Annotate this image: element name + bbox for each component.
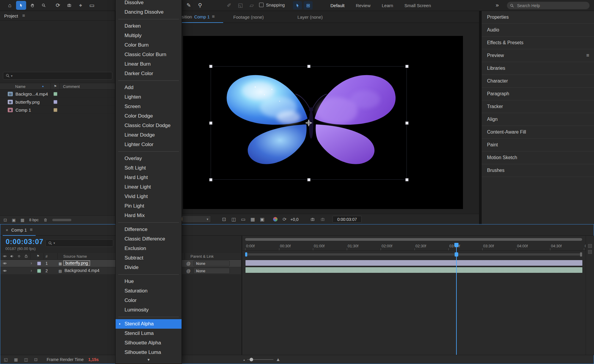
blend-mode-item[interactable]: Vivid Light: [116, 192, 182, 201]
snapping-toggle[interactable]: Snapping: [259, 2, 285, 7]
layer-name[interactable]: Background 4.mp4: [64, 268, 100, 273]
selection-handle-mid-right[interactable]: [405, 121, 409, 125]
blend-mode-item[interactable]: Dissolve: [116, 0, 182, 7]
blend-mode-item[interactable]: Lighten: [116, 92, 182, 102]
parent-link-dropdown[interactable]: None▾: [193, 260, 230, 266]
blend-mode-item[interactable]: Color Dodge: [116, 111, 182, 121]
comp-marker-button[interactable]: [588, 244, 592, 248]
blend-mode-item[interactable]: Stencil Luma: [116, 329, 182, 338]
panel-tab-tracker[interactable]: Tracker: [482, 100, 594, 113]
parent-link-dropdown[interactable]: None▾: [193, 268, 230, 274]
blend-mode-item[interactable]: Divide: [116, 263, 182, 272]
layer-duration-bar[interactable]: [245, 260, 583, 266]
timeline-search-field[interactable]: ▾: [45, 239, 113, 247]
workspace-overflow-button[interactable]: »: [496, 2, 499, 8]
work-area-bar[interactable]: [242, 251, 586, 258]
home-tool[interactable]: ⌂: [5, 1, 15, 10]
blend-mode-item[interactable]: Darken: [116, 21, 182, 31]
blend-mode-item[interactable]: Pin Light: [116, 201, 182, 211]
sort-ascending-icon[interactable]: ▲: [42, 85, 44, 88]
panel-menu-icon[interactable]: ≡: [30, 227, 32, 232]
zoom-in-icon[interactable]: ▲: [276, 357, 281, 362]
column-parent-link[interactable]: Parent & Link: [190, 254, 214, 259]
interpret-footage-icon[interactable]: ⊡: [4, 218, 7, 222]
close-icon[interactable]: ×: [6, 227, 8, 232]
blend-mode-item[interactable]: Color Burn: [116, 40, 182, 50]
parent-pickwhip-icon[interactable]: @: [186, 261, 190, 266]
menu-scroll-down[interactable]: ▾: [116, 356, 182, 363]
time-ruler[interactable]: 0:00f00:30f01:00f01:30f02:00f02:30f03:00…: [242, 243, 586, 251]
layer-label-swatch[interactable]: [37, 262, 41, 265]
hide-shy-layers-icon[interactable]: ◫: [24, 357, 28, 362]
composition-canvas[interactable]: [183, 36, 463, 209]
blend-mode-item[interactable]: Silhouette Alpha: [116, 338, 182, 348]
blend-mode-item[interactable]: Color: [116, 296, 182, 305]
color-depth-button[interactable]: 8 bpc: [29, 218, 39, 222]
comp-mini-flow-button[interactable]: [588, 250, 592, 254]
puppet-pin-tool[interactable]: ⚲: [195, 1, 205, 10]
label-column-icon[interactable]: ⚑: [54, 84, 57, 88]
column-number[interactable]: #: [45, 254, 48, 259]
blend-mode-item[interactable]: Hard Light: [116, 173, 182, 182]
panel-tab-libraries[interactable]: Libraries: [482, 62, 594, 75]
rotation-tool[interactable]: ⟳: [53, 1, 63, 10]
snapshot-icon[interactable]: [311, 214, 315, 224]
lock-column-icon[interactable]: [24, 254, 28, 258]
layer-label-swatch[interactable]: [37, 269, 41, 273]
toggle-mask-icon[interactable]: ◫: [231, 214, 236, 224]
label-column-icon[interactable]: ⚑: [37, 254, 40, 258]
blend-mode-item[interactable]: Linear Light: [116, 182, 182, 192]
project-item-row[interactable]: ▦butterfly.png: [0, 98, 115, 106]
layer-name[interactable]: butterfly.png: [63, 260, 90, 266]
blend-mode-item[interactable]: Luminosity: [116, 305, 182, 315]
project-item-row[interactable]: ▤Backgro...4.mp4: [0, 90, 115, 98]
clone-stamp-tool[interactable]: ◱: [235, 1, 245, 10]
tab-footage[interactable]: Footage (none): [231, 11, 266, 23]
panel-tab-content-aware-fill[interactable]: Content-Aware Fill: [482, 126, 594, 139]
fast-previews-icon[interactable]: ⊡: [222, 214, 226, 224]
time-navigator-bar[interactable]: [245, 238, 582, 241]
zoom-tool[interactable]: [39, 1, 49, 10]
zoom-out-icon[interactable]: ▴: [243, 358, 245, 361]
work-area-end-handle[interactable]: [580, 252, 582, 257]
eraser-tool[interactable]: ▱: [247, 1, 257, 10]
hand-tool[interactable]: [27, 1, 37, 10]
video-column-icon[interactable]: [3, 254, 7, 258]
snap-grid-icon[interactable]: ⊞: [304, 1, 313, 10]
workspace-tab-review[interactable]: Review: [352, 2, 374, 9]
show-channel-icon[interactable]: [273, 214, 278, 224]
workspace-tab-default[interactable]: Default: [327, 2, 348, 9]
trash-icon[interactable]: [43, 218, 48, 222]
region-of-interest-icon[interactable]: ▭: [241, 214, 245, 224]
search-help-input[interactable]: [516, 3, 587, 8]
panel-tab-motion-sketch[interactable]: Motion Sketch: [482, 151, 594, 164]
blend-mode-item[interactable]: Difference: [116, 225, 182, 234]
blend-mode-item[interactable]: Soft Light: [116, 163, 182, 173]
layer-visibility-toggle[interactable]: [3, 269, 7, 273]
column-source-name[interactable]: Source Name: [63, 254, 87, 259]
layer-duration-bar[interactable]: [245, 267, 583, 273]
new-composition-icon[interactable]: ▦: [21, 218, 24, 222]
column-name[interactable]: Name: [15, 84, 26, 89]
selection-tool[interactable]: [16, 1, 26, 10]
blend-mode-item[interactable]: Add: [116, 83, 182, 92]
panel-tab-properties[interactable]: Properties: [482, 11, 594, 24]
blend-mode-item[interactable]: Classic Difference: [116, 234, 182, 244]
project-panel-header[interactable]: Project ≡: [0, 11, 115, 21]
camera-tool[interactable]: [64, 1, 74, 10]
horizontal-scrollbar[interactable]: [52, 219, 71, 221]
zoom-slider-track[interactable]: [247, 359, 273, 360]
project-item-row[interactable]: ▣Comp 1: [0, 106, 115, 114]
audio-column-icon[interactable]: [10, 254, 14, 258]
panel-tab-effects-presets[interactable]: Effects & Presets: [482, 37, 594, 49]
blend-mode-item[interactable]: Screen: [116, 102, 182, 111]
label-color-swatch[interactable]: [53, 100, 57, 104]
blend-mode-item[interactable]: Hue: [116, 277, 182, 286]
playhead-handle[interactable]: [454, 243, 459, 247]
selection-handle-top-left[interactable]: [209, 65, 212, 68]
expand-layers-icon[interactable]: ◱: [4, 357, 8, 362]
blend-mode-item[interactable]: Hard Mix: [116, 211, 182, 220]
parent-pickwhip-icon[interactable]: @: [186, 269, 190, 273]
live-update-icon[interactable]: ▦: [14, 357, 18, 362]
label-color-swatch[interactable]: [53, 92, 57, 96]
